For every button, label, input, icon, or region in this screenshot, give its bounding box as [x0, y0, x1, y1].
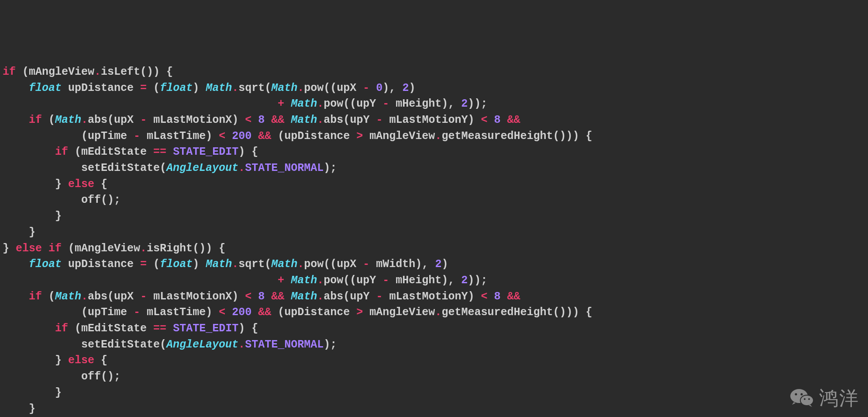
code-token: -: [363, 82, 369, 94]
code-token: -: [134, 130, 140, 142]
code-token: else: [68, 354, 94, 367]
code-token: -: [376, 290, 382, 303]
code-token: 2: [435, 258, 441, 271]
code-token: abs: [324, 114, 343, 126]
code-token: [134, 114, 140, 126]
code-token: upX: [114, 290, 134, 303]
code-token: upX: [337, 82, 356, 94]
code-line[interactable]: }: [3, 208, 868, 225]
code-token: [376, 274, 382, 287]
code-token: (: [271, 130, 284, 142]
code-line[interactable]: }: [3, 385, 868, 401]
code-token: ): [232, 290, 245, 303]
code-token: [3, 97, 278, 110]
code-line[interactable]: + Math.pow((upY - mHeight), 2));: [3, 96, 868, 112]
code-line[interactable]: } else {: [3, 353, 868, 369]
code-line[interactable]: float upDistance = (float) Math.sqrt(Mat…: [3, 80, 868, 97]
code-token: ): [193, 82, 206, 94]
code-token: [350, 130, 356, 142]
code-token: <: [245, 290, 251, 303]
code-token: -: [382, 274, 389, 287]
code-token: ),: [415, 258, 435, 271]
code-token: .: [317, 274, 324, 287]
code-token: [265, 114, 271, 126]
code-line[interactable]: if (Math.abs(upX - mLastMotionX) < 8 && …: [3, 112, 868, 129]
code-line[interactable]: + Math.pow((upY - mHeight), 2));: [3, 273, 868, 289]
code-token: [166, 146, 173, 158]
code-token: [166, 322, 173, 335]
code-token: (: [68, 146, 81, 158]
code-token: off: [81, 370, 101, 383]
code-line[interactable]: if (mAngleView.isLeft()) {: [3, 64, 868, 80]
code-token: ((: [343, 274, 356, 287]
code-token: .: [232, 82, 238, 94]
code-line[interactable]: } else if (mAngleView.isRight()) {: [3, 241, 868, 257]
code-line[interactable]: (upTime - mLastTime) < 200 && (upDistanc…: [3, 305, 868, 321]
code-line[interactable]: setEditState(AngleLayout.STATE_NORMAL);: [3, 160, 868, 177]
code-token: ): [206, 306, 219, 319]
code-token: [134, 290, 140, 303]
code-token: Math: [291, 114, 317, 126]
code-token: sqrt: [238, 82, 265, 94]
code-token: upY: [350, 114, 369, 126]
code-line[interactable]: off();: [3, 369, 868, 385]
code-token: &&: [507, 114, 520, 126]
svg-point-4: [804, 398, 806, 400]
code-token: [488, 290, 494, 303]
code-token: setEditState: [81, 338, 160, 351]
code-token: isLeft: [101, 66, 140, 78]
code-token: AngleLayout: [166, 162, 238, 174]
code-token: -: [376, 114, 382, 126]
code-token: (: [42, 114, 55, 126]
code-token: ((: [343, 97, 356, 110]
svg-point-1: [800, 395, 813, 406]
code-token: STATE_NORMAL: [245, 162, 324, 174]
code-token: isRight: [147, 242, 193, 255]
code-token: (: [265, 82, 271, 94]
code-token: [127, 130, 134, 142]
code-token: abs: [88, 114, 107, 126]
code-token: (: [62, 242, 75, 255]
code-token: mAngleView: [369, 306, 435, 319]
code-token: =: [140, 258, 147, 271]
code-token: ) {: [238, 322, 258, 335]
code-token: 8: [258, 290, 265, 303]
code-token: [3, 322, 55, 335]
code-line[interactable]: }: [3, 401, 868, 417]
code-token: abs: [88, 290, 107, 303]
code-line[interactable]: (upTime - mLastTime) < 200 && (upDistanc…: [3, 129, 868, 145]
code-token: Math: [206, 82, 232, 94]
code-line[interactable]: setEditState(AngleLayout.STATE_NORMAL);: [3, 337, 868, 353]
code-token: Math: [291, 290, 317, 303]
code-line[interactable]: off();: [3, 192, 868, 208]
code-token: 0: [376, 82, 382, 94]
code-token: else if: [16, 242, 62, 255]
code-line[interactable]: if (mEditState == STATE_EDIT) {: [3, 144, 868, 160]
code-token: [3, 274, 278, 287]
code-token: setEditState: [81, 162, 160, 174]
code-line[interactable]: }: [3, 225, 868, 241]
code-token: Math: [291, 97, 317, 110]
code-token: [356, 258, 363, 271]
code-token: );: [324, 162, 337, 174]
code-token: .: [435, 130, 441, 142]
code-line[interactable]: } else {: [3, 177, 868, 193]
code-token: pow: [304, 82, 324, 94]
code-token: ));: [468, 274, 487, 287]
code-token: upTime: [88, 306, 127, 319]
code-token: [363, 306, 369, 319]
code-editor-viewport[interactable]: if (mAngleView.isLeft()) { float upDista…: [0, 64, 868, 417]
code-token: -: [363, 258, 369, 271]
code-token: Math: [206, 258, 232, 271]
code-token: (: [107, 290, 114, 303]
code-token: &&: [258, 306, 271, 319]
code-line[interactable]: if (Math.abs(upX - mLastMotionX) < 8 && …: [3, 289, 868, 305]
code-token: [140, 130, 147, 142]
code-token: .: [317, 97, 324, 110]
code-token: [350, 306, 356, 319]
code-token: [501, 290, 507, 303]
code-line[interactable]: float upDistance = (float) Math.sqrt(Mat…: [3, 257, 868, 273]
code-line[interactable]: if (mEditState == STATE_EDIT) {: [3, 321, 868, 337]
code-token: (: [147, 82, 160, 94]
code-token: Math: [291, 274, 317, 287]
